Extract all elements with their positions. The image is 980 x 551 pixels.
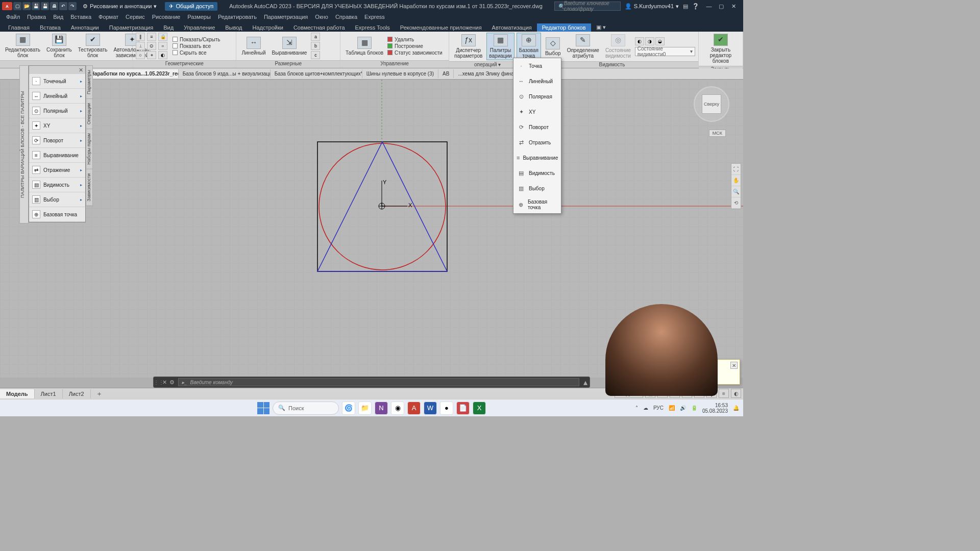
nav-pan-icon[interactable]: ✋ (731, 175, 741, 186)
hide-all-check[interactable]: Скрыть все (173, 50, 220, 56)
status-item[interactable]: Статус зависимости (387, 50, 443, 56)
menu-file[interactable]: Файл (3, 13, 23, 20)
geo-btn-2[interactable]: ⟂ (136, 42, 145, 50)
share-button[interactable]: ✈ Общий доступ (165, 2, 217, 11)
start-button[interactable] (257, 402, 270, 414)
minimize-button[interactable]: — (703, 1, 715, 12)
open-icon[interactable]: 📂 (22, 2, 31, 10)
save-block-button[interactable]: 💾Сохранить блок (44, 33, 74, 59)
geo-btn-4[interactable]: ≡ (147, 33, 156, 41)
taskbar-explorer-icon[interactable]: 📁 (358, 402, 372, 415)
attrdef-button[interactable]: ✎Определение атрибута (565, 33, 601, 60)
notification-close-icon[interactable]: ✕ (730, 362, 738, 369)
palette-close-icon[interactable]: ✕ (79, 67, 83, 73)
taskbar-search[interactable]: 🔍Поиск (273, 402, 339, 415)
param-mgr-button[interactable]: ƒxДиспетчер параметров (452, 33, 484, 60)
menu-express[interactable]: Express (361, 13, 388, 20)
tab-home[interactable]: Главная (3, 23, 35, 32)
dim-btn-1[interactable]: a (311, 33, 320, 41)
transparency-icon[interactable]: ◐ (731, 389, 741, 398)
menu-draw[interactable]: Рисование (149, 13, 183, 20)
nav-full-icon[interactable]: ⛶ (731, 164, 741, 175)
tab-addins[interactable]: Надстройки (248, 23, 288, 32)
dropdown-rotate[interactable]: ⟳Поворот (513, 119, 561, 135)
taskbar-pdf-icon[interactable]: 📄 (456, 402, 470, 415)
close-button[interactable]: ✕ (728, 1, 739, 12)
print-icon[interactable]: 🖶 (50, 2, 58, 10)
dropdown-linear[interactable]: ↔Линейный (513, 73, 561, 89)
command-line[interactable]: ⋮⋮ ✕ ⚙ ▸_ Введите команду ▴ (153, 377, 590, 388)
viewcube[interactable]: Сверху (691, 84, 732, 124)
layout-tab-model[interactable]: Модель (0, 389, 35, 398)
taskbar-autocad-icon[interactable]: A (407, 402, 421, 415)
sidetab-actions[interactable]: Операции (86, 99, 92, 129)
tray-onedrive-icon[interactable]: ☁ (643, 405, 648, 411)
tab-insert[interactable]: Вставка (35, 23, 66, 32)
tab-view[interactable]: Вид (158, 23, 179, 32)
redo-icon[interactable]: ↷ (68, 2, 77, 10)
menu-help[interactable]: Справка (332, 13, 360, 20)
geo-btn-5[interactable]: ⊙ (147, 42, 156, 50)
tab-annot[interactable]: Аннотации (66, 23, 104, 32)
geo-btn-8[interactable]: = (158, 42, 167, 50)
dropdown-lookup[interactable]: ▥Выбор (513, 181, 561, 196)
saveas-icon[interactable]: 💾 (41, 2, 49, 10)
tray-chevron-icon[interactable]: ˄ (635, 405, 638, 411)
menu-service[interactable]: Сервис (122, 13, 148, 20)
dropdown-basepoint[interactable]: ⊕Базовая точка (513, 196, 561, 213)
palette-item-visibility[interactable]: ▤Видимость▸ (29, 178, 85, 192)
taskbar-chrome-icon[interactable]: ◉ (391, 402, 404, 415)
edit-block-button[interactable]: ▦Редактировать блок (3, 33, 42, 59)
autodesk-icon[interactable]: ▤ (683, 3, 688, 10)
taskbar-word-icon[interactable]: W (424, 402, 437, 415)
close-editor-button[interactable]: ✔Закрыть редактор блоков (702, 33, 740, 65)
linear-dim-button[interactable]: ↔Линейный (239, 36, 267, 57)
menu-window[interactable]: Окно (312, 13, 331, 20)
sidetab-params[interactable]: Параметры (86, 66, 92, 99)
tab-manage[interactable]: Управление (179, 23, 220, 32)
dropdown-visibility[interactable]: ▤Видимость (513, 165, 561, 181)
layout-tab-add[interactable]: ＋ (91, 389, 108, 398)
palette-item-align[interactable]: ≡Выравнивание (29, 148, 85, 163)
tab-param[interactable]: Параметризация (104, 23, 158, 32)
tray-battery-icon[interactable]: 🔋 (691, 405, 697, 411)
palette-item-polar[interactable]: ⊙Полярный▸ (29, 104, 85, 118)
tray-notification-icon[interactable]: 🔔 (733, 405, 739, 411)
tab-express[interactable]: Express Tools (350, 23, 395, 32)
dropdown-point[interactable]: ·Точка (513, 58, 561, 73)
dim-btn-2[interactable]: b (311, 42, 320, 50)
geo-btn-1[interactable]: ∥ (136, 33, 145, 41)
taskbar-excel-icon[interactable]: X (473, 402, 486, 415)
geo-btn-9[interactable]: ◐ (158, 51, 167, 59)
tray-wifi-icon[interactable]: 📶 (669, 405, 675, 411)
geo-btn-3[interactable]: ○ (136, 51, 145, 59)
vis-btn-1[interactable]: ◐ (635, 37, 644, 45)
tab-collab[interactable]: Совместная работа (288, 23, 350, 32)
doc-tab-3[interactable]: База блоков 9 изда...ы + визуализация)* (179, 69, 271, 78)
nav-zoom-icon[interactable]: 🔍 (731, 186, 741, 197)
help-icon[interactable]: ❔ (692, 3, 699, 10)
vis-state-button[interactable]: ◎Состояние видимости (603, 33, 633, 60)
menu-edit[interactable]: Правка (24, 13, 49, 20)
block-table-button[interactable]: ▦Таблица блоков (344, 36, 385, 57)
user-menu[interactable]: 👤 S.Kurdyumov41 ▾ (625, 3, 679, 10)
geo-btn-6[interactable]: ⌖ (147, 51, 156, 59)
vis-btn-2[interactable]: ◑ (645, 37, 654, 45)
palette-item-rotate[interactable]: ⟳Поворот▸ (29, 133, 85, 148)
cmd-close-icon[interactable]: ✕ (161, 379, 168, 386)
menu-format[interactable]: Формат (95, 13, 121, 20)
menu-view[interactable]: Вид (50, 13, 66, 20)
palette-item-basepoint[interactable]: ⊕Базовая точка (29, 207, 85, 222)
menu-modify[interactable]: Редактировать (215, 13, 260, 20)
palette-item-linear[interactable]: ↔Линейный▸ (29, 89, 85, 104)
dropdown-mirror[interactable]: ⇄Отразить (513, 135, 561, 150)
palette-dock-title[interactable]: ПАЛИТРЫ ВАРИАЦИЙ БЛОКОВ - ВСЕ ПАЛИТРЫ (19, 65, 29, 223)
save-icon[interactable]: 💾 (32, 2, 40, 10)
layout-tab-2[interactable]: Лист2 (63, 389, 91, 398)
show-hide-check[interactable]: Показать/Скрыть (173, 37, 220, 42)
cmd-history-icon[interactable]: ▴ (581, 378, 590, 387)
nav-orbit-icon[interactable]: ⟲ (731, 197, 741, 209)
menu-param[interactable]: Параметризация (261, 13, 311, 20)
lineweight-icon[interactable]: ≡ (719, 389, 729, 398)
geo-btn-7[interactable]: 🔒 (158, 33, 167, 41)
